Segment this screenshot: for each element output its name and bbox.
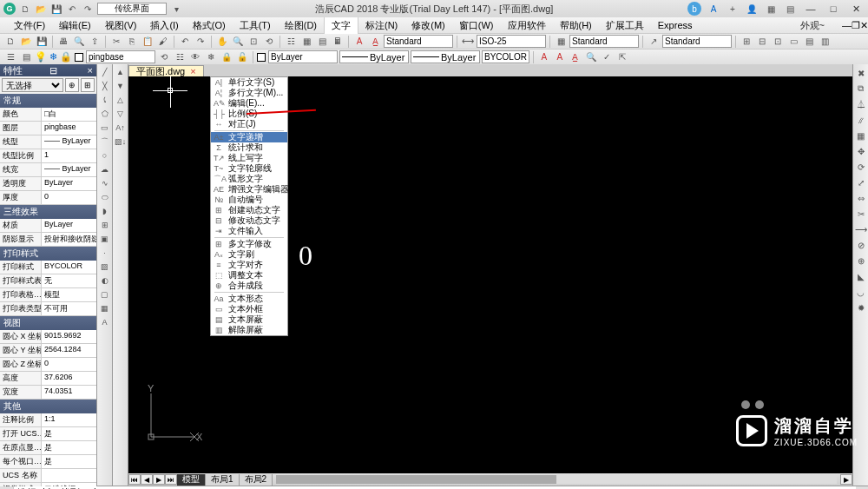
table-icon[interactable]: ▦ bbox=[554, 35, 568, 49]
mleader-style-combo[interactable]: Standard bbox=[662, 35, 732, 48]
insert-block-icon[interactable]: ⊞ bbox=[99, 219, 111, 231]
region-icon[interactable]: ▢ bbox=[99, 288, 111, 301]
do-front-icon[interactable]: ▲ bbox=[115, 66, 127, 78]
linetype-combo[interactable]: ByLayer bbox=[339, 50, 409, 63]
layer-manager-icon[interactable]: ☰ bbox=[3, 50, 17, 64]
props-section-header[interactable]: 视图 bbox=[0, 316, 96, 330]
menu-item[interactable]: ⊕合并成段 bbox=[211, 281, 287, 291]
table-style-combo[interactable]: Standard bbox=[569, 35, 639, 48]
layout-first-icon[interactable]: ⏮ bbox=[128, 474, 141, 485]
menu-draw[interactable]: 绘图(D) bbox=[278, 17, 324, 34]
new-icon[interactable]: 🗋 bbox=[19, 3, 31, 15]
props-row[interactable]: 圆心 X 坐标9015.9692 bbox=[0, 330, 96, 344]
menu-ext[interactable]: 扩展工具 bbox=[599, 17, 651, 34]
erase-icon[interactable]: ✖ bbox=[854, 66, 868, 80]
rectangle-icon[interactable]: ▭ bbox=[99, 122, 111, 134]
assist-plus-icon[interactable]: + bbox=[726, 2, 740, 16]
preview-icon[interactable]: 🔍 bbox=[72, 35, 86, 49]
chamfer-icon[interactable]: ◣ bbox=[854, 269, 868, 283]
redo2-icon[interactable]: ↷ bbox=[194, 35, 207, 49]
text-a2-icon[interactable]: A bbox=[553, 50, 567, 64]
pan-icon[interactable]: ✋ bbox=[215, 35, 229, 49]
fillet-icon[interactable]: ◡ bbox=[854, 285, 868, 299]
color-combo[interactable]: ByLayer bbox=[257, 50, 338, 63]
props-row[interactable]: 每个视口…是 bbox=[0, 455, 96, 469]
dim-icon[interactable]: ⟷ bbox=[461, 35, 475, 49]
arc-icon[interactable]: ⌒ bbox=[99, 135, 111, 148]
doc-minimize-button[interactable]: — bbox=[842, 20, 852, 30]
undo2-icon[interactable]: ↶ bbox=[178, 35, 192, 49]
layer-freeze-icon[interactable]: ❄ bbox=[204, 50, 218, 64]
menu-insert[interactable]: 插入(I) bbox=[143, 17, 185, 34]
menu-file[interactable]: 文件(F) bbox=[7, 17, 52, 34]
props-section-header[interactable]: 打印样式 bbox=[0, 247, 96, 261]
text-style-combo[interactable]: Standard bbox=[384, 35, 453, 48]
stretch-icon[interactable]: ⇔ bbox=[854, 191, 868, 205]
copy-obj-icon[interactable]: ⧉ bbox=[854, 82, 868, 96]
layer-iso-icon[interactable]: ☷ bbox=[173, 50, 187, 64]
assist-a-icon[interactable]: A bbox=[707, 2, 720, 16]
layer-states-icon[interactable]: ▤ bbox=[19, 50, 33, 64]
props-row[interactable]: 注释比例1:1 bbox=[0, 413, 96, 427]
skin-combo[interactable]: 传统界面 bbox=[97, 3, 167, 15]
table-draw-icon[interactable]: ▦ bbox=[99, 302, 111, 314]
pickselect-icon[interactable]: ⊞ bbox=[81, 78, 95, 92]
save-icon[interactable]: 💾 bbox=[50, 3, 62, 15]
tool-misc1-icon[interactable]: ⊞ bbox=[740, 35, 753, 49]
close-button[interactable]: ✕ bbox=[847, 3, 865, 15]
do-hatch-back-icon[interactable]: ▨↓ bbox=[115, 135, 127, 148]
props-row[interactable]: 圆心 Z 坐标0 bbox=[0, 358, 96, 372]
circle-icon[interactable]: ○ bbox=[99, 149, 111, 162]
mirror-icon[interactable]: ⏃ bbox=[854, 97, 868, 111]
save-file-icon[interactable]: 💾 bbox=[35, 35, 49, 49]
ellipse-icon[interactable]: ⬭ bbox=[99, 191, 111, 203]
layer-off-icon[interactable]: 👁 bbox=[188, 50, 202, 64]
gradient-icon[interactable]: ◐ bbox=[99, 274, 111, 287]
text-find-icon[interactable]: 🔍 bbox=[584, 50, 598, 64]
maximize-button[interactable]: □ bbox=[825, 3, 842, 15]
props-row[interactable]: 阴影显示投射和接收阴影 bbox=[0, 233, 96, 247]
trim-icon[interactable]: ✂ bbox=[854, 207, 868, 221]
doc-restore-button[interactable]: ❐ bbox=[852, 20, 860, 31]
menu-modify[interactable]: 修改(M) bbox=[404, 17, 452, 34]
doc-close-button[interactable]: ✕ bbox=[860, 20, 868, 31]
copy-icon[interactable]: ⎘ bbox=[125, 35, 139, 49]
dim-style-combo[interactable]: ISO-25 bbox=[477, 35, 546, 48]
props-row[interactable]: 打开 UCS…是 bbox=[0, 427, 96, 441]
text-scale-icon[interactable]: ⇱ bbox=[615, 50, 629, 64]
do-under-icon[interactable]: ▽ bbox=[115, 108, 127, 120]
undo-icon[interactable]: ↶ bbox=[66, 3, 78, 15]
scale-icon[interactable]: ⤢ bbox=[854, 175, 868, 189]
doc-tab-active[interactable]: 平面图.dwg× bbox=[128, 65, 204, 76]
menu-tools[interactable]: 工具(T) bbox=[233, 17, 278, 34]
mleader-icon[interactable]: ↗ bbox=[647, 35, 661, 49]
revcloud-icon[interactable]: ☁ bbox=[99, 163, 111, 175]
menu-edit[interactable]: 编辑(E) bbox=[52, 17, 98, 34]
publish-icon[interactable]: ⇪ bbox=[88, 35, 102, 49]
offset-icon[interactable]: ⫽ bbox=[854, 113, 868, 127]
assist-grid-icon[interactable]: ▦ bbox=[764, 2, 778, 16]
do-text-front-icon[interactable]: A↑ bbox=[115, 122, 127, 134]
redo-icon[interactable]: ↷ bbox=[82, 3, 94, 15]
plotstyle-combo[interactable]: BYCOLOR bbox=[482, 50, 529, 63]
props-row[interactable]: 在原点显…是 bbox=[0, 441, 96, 455]
xline-icon[interactable]: ╳ bbox=[99, 80, 111, 92]
props-row[interactable]: 线宽—— ByLayer bbox=[0, 163, 96, 177]
rotate-icon[interactable]: ⟳ bbox=[854, 160, 868, 174]
hscroll-right-icon[interactable]: ▶ bbox=[840, 474, 852, 485]
join-icon[interactable]: ⊕ bbox=[854, 254, 868, 268]
layer-lock-icon[interactable]: 🔒 bbox=[220, 50, 233, 64]
menu-help[interactable]: 帮助(H) bbox=[553, 17, 599, 34]
tool-misc5-icon[interactable]: ▤ bbox=[802, 35, 816, 49]
text-style-aa-icon[interactable]: A̲ bbox=[368, 35, 382, 49]
menu-appsoft[interactable]: 应用软件 bbox=[501, 17, 553, 34]
props-row[interactable]: 圆心 Y 坐标2564.1284 bbox=[0, 344, 96, 358]
layer-combo[interactable]: 💡❄🔒 pingbase bbox=[35, 50, 155, 63]
properties-icon[interactable]: ☷ bbox=[284, 35, 298, 49]
quickselect-icon[interactable]: ⊕ bbox=[65, 78, 79, 92]
polyline-icon[interactable]: ⤹ bbox=[99, 94, 111, 106]
menu-dimension[interactable]: 标注(N) bbox=[358, 17, 404, 34]
explode-icon[interactable]: ✹ bbox=[854, 301, 868, 314]
qat-more-icon[interactable]: ▾ bbox=[170, 3, 182, 15]
lineweight-combo[interactable]: ByLayer bbox=[411, 50, 480, 63]
